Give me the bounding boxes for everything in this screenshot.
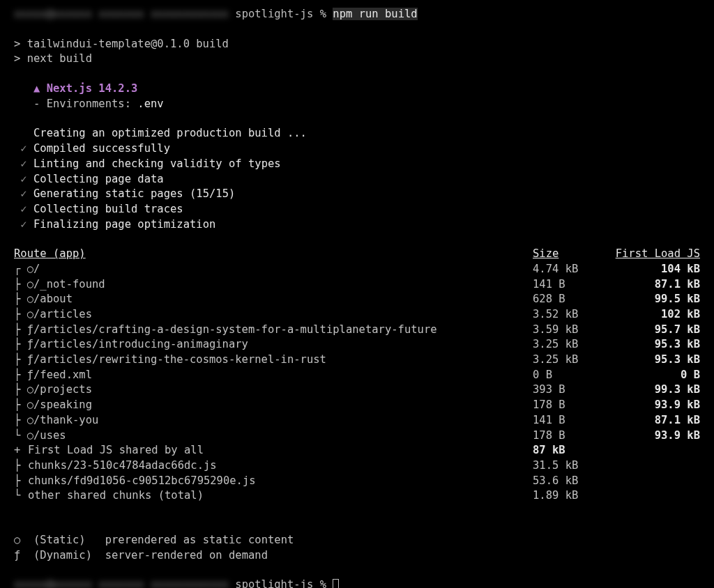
command-text: npm run build (333, 8, 417, 20)
npm-output-line: > tailwindui-template@0.1.0 build (14, 37, 700, 52)
route-path: /speaking (33, 398, 533, 413)
build-step: ✓ Compiled successfully (14, 141, 700, 157)
shared-header-text: First Load JS shared by all (28, 443, 533, 458)
route-path: /articles/introducing-animaginary (33, 337, 533, 353)
check-icon: ✓ (20, 157, 26, 170)
chunk-path: chunks/23-510c4784adac66dc.js (28, 458, 533, 474)
tree-marker: ├ ƒ (14, 323, 33, 338)
tree-marker: ├ ○ (14, 413, 33, 428)
tree-marker: ├ (14, 474, 28, 489)
route-size: 4.74 kB (533, 262, 609, 277)
build-step: ✓ Linting and checking validity of types (14, 157, 700, 172)
chunk-path: chunks/fd9d1056-c90512bc6795290e.js (28, 474, 533, 489)
tree-marker: ├ ○ (14, 398, 33, 413)
shared-header-size: 87 kB (533, 443, 609, 458)
tree-marker: └ (14, 488, 28, 504)
shared-header-row: + First Load JS shared by all 87 kB (14, 443, 700, 458)
route-first-load: 95.7 kB (609, 323, 700, 338)
tree-marker: ├ ƒ (14, 337, 33, 353)
tree-marker: ├ ƒ (14, 368, 33, 383)
build-creating: Creating an optimized production build .… (14, 126, 700, 141)
route-path: /about (33, 292, 533, 307)
header-route-col: Route (app) (14, 247, 533, 262)
chunk-row: └ other shared chunks (total)1.89 kB (14, 488, 700, 504)
route-row: ├ ƒ /articles/rewriting-the-cosmos-kerne… (14, 353, 700, 368)
header-firstload-col: First Load JS (609, 247, 700, 262)
route-first-load: 104 kB (609, 262, 700, 277)
header-size-col: Size (533, 247, 609, 262)
route-row: ├ ƒ /feed.xml0 B0 B (14, 368, 700, 383)
check-icon: ✓ (20, 142, 26, 155)
build-step: ✓ Collecting build traces (14, 202, 700, 217)
route-path: / (33, 262, 533, 277)
route-first-load: 99.3 kB (609, 382, 700, 398)
route-size: 178 B (533, 428, 609, 444)
nextjs-triangle-icon: ▲ (33, 82, 40, 95)
build-step: ✓ Generating static pages (15/15) (14, 187, 700, 202)
route-path: /articles/crafting-a-design-system-for-a… (33, 323, 533, 338)
route-path: /feed.xml (33, 368, 533, 383)
route-first-load: 93.9 kB (609, 398, 700, 413)
tree-marker: ├ ○ (14, 307, 33, 323)
route-size: 178 B (533, 398, 609, 413)
shared-tree: + (14, 443, 28, 458)
route-path: /thank-you (33, 413, 533, 428)
route-row: ├ ○ /thank-you141 B87.1 kB (14, 413, 700, 428)
tree-marker: ├ ƒ (14, 353, 33, 368)
route-row: ├ ƒ /articles/crafting-a-design-system-f… (14, 323, 700, 338)
route-path: /_not-found (33, 277, 533, 293)
route-row: ├ ○ /_not-found141 B87.1 kB (14, 277, 700, 293)
nextjs-environments: - Environments: .env (14, 97, 700, 112)
blurred-user-host: xxxxx@xxxxxx xxxxxxx xxxxxxxxxxxx (14, 578, 229, 588)
prompt-symbol: % (320, 578, 326, 588)
tree-marker: └ ○ (14, 428, 33, 444)
route-size: 3.59 kB (533, 323, 609, 338)
blurred-user-host: xxxxx@xxxxxx xxxxxxx xxxxxxxxxxxx (14, 8, 229, 20)
chunk-row: ├ chunks/23-510c4784adac66dc.js31.5 kB (14, 458, 700, 474)
route-path: /articles (33, 307, 533, 323)
route-first-load: 87.1 kB (609, 277, 700, 293)
route-row: ├ ○ /projects393 B99.3 kB (14, 382, 700, 398)
route-table-header: Route (app) Size First Load JS (14, 247, 700, 262)
chunk-size: 1.89 kB (533, 488, 609, 504)
route-first-load: 102 kB (609, 307, 700, 323)
prompt-line-2[interactable]: xxxxx@xxxxxx xxxxxxx xxxxxxxxxxxx spotli… (14, 578, 700, 588)
prompt-cwd: spotlight-js (235, 8, 313, 20)
route-size: 628 B (533, 292, 609, 307)
route-row: ├ ○ /articles3.52 kB102 kB (14, 307, 700, 323)
route-first-load: 87.1 kB (609, 413, 700, 428)
chunk-row: ├ chunks/fd9d1056-c90512bc6795290e.js53.… (14, 474, 700, 489)
tree-marker: ├ (14, 458, 28, 474)
chunk-path: other shared chunks (total) (28, 488, 533, 504)
route-path: /uses (33, 428, 533, 444)
route-path: /projects (33, 382, 533, 398)
tree-marker: ├ ○ (14, 277, 33, 293)
prompt-symbol: % (320, 8, 326, 20)
legend-dynamic: ƒ (Dynamic) server-rendered on demand (14, 548, 700, 564)
build-step: ✓ Collecting page data (14, 172, 700, 187)
route-size: 0 B (533, 368, 609, 383)
route-size: 141 B (533, 277, 609, 293)
check-icon: ✓ (20, 187, 26, 200)
prompt-cwd: spotlight-js (235, 578, 313, 588)
tree-marker: ┌ ○ (14, 262, 33, 277)
check-icon: ✓ (20, 203, 26, 215)
route-first-load: 95.3 kB (609, 337, 700, 353)
route-size: 393 B (533, 382, 609, 398)
tree-marker: ├ ○ (14, 292, 33, 307)
route-size: 3.25 kB (533, 353, 609, 368)
route-size: 3.52 kB (533, 307, 609, 323)
terminal-cursor[interactable] (333, 579, 339, 588)
route-row: ┌ ○ /4.74 kB104 kB (14, 262, 700, 277)
route-row: ├ ○ /speaking178 B93.9 kB (14, 398, 700, 413)
route-row: ├ ƒ /articles/introducing-animaginary3.2… (14, 337, 700, 353)
npm-output-line: > next build (14, 52, 700, 67)
check-icon: ✓ (20, 173, 26, 185)
legend-static: ○ (Static) prerendered as static content (14, 533, 700, 548)
route-path: /articles/rewriting-the-cosmos-kernel-in… (33, 353, 533, 368)
route-first-load: 0 B (609, 368, 700, 383)
prompt-line-1: xxxxx@xxxxxx xxxxxxx xxxxxxxxxxxx spotli… (14, 7, 700, 22)
route-first-load: 95.3 kB (609, 353, 700, 368)
route-size: 3.25 kB (533, 337, 609, 353)
tree-marker: ├ ○ (14, 382, 33, 398)
